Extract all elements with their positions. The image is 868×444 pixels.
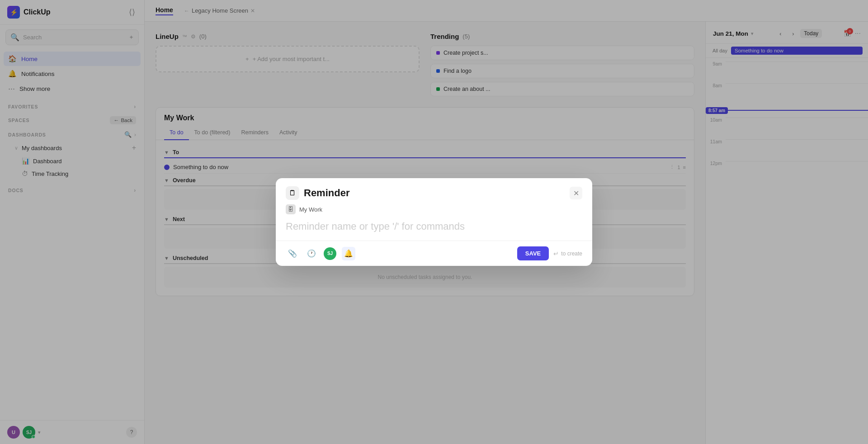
reminder-source-label: My Work xyxy=(299,206,322,213)
reminder-actions: 📎 🕐 SJ 🔔 xyxy=(286,247,355,260)
reminder-title-area: 🗒 Reminder xyxy=(286,186,349,200)
bell-icon: 🔔 xyxy=(344,249,353,258)
reminder-clock-button[interactable]: 🕐 xyxy=(305,247,318,260)
modal-overlay[interactable]: 🗒 Reminder ✕ 🗄 My Work 📎 🕐 xyxy=(0,0,868,444)
reminder-source: 🗄 My Work xyxy=(276,200,592,219)
clock-icon: 🕐 xyxy=(307,249,316,258)
reminder-source-icon: 🗄 xyxy=(286,204,296,214)
reminder-enter-hint: ↵ to create xyxy=(553,250,582,257)
attach-icon: 📎 xyxy=(288,249,297,258)
reminder-icon-glyph: 🗒 xyxy=(289,189,296,197)
reminder-modal-icon: 🗒 xyxy=(286,186,299,200)
reminder-save-button[interactable]: SAVE xyxy=(517,246,549,260)
close-icon: ✕ xyxy=(573,189,579,198)
enter-hint-text: to create xyxy=(561,250,582,257)
reminder-save-area: SAVE ↵ to create xyxy=(517,246,582,260)
reminder-modal-title: Reminder xyxy=(304,187,349,199)
reminder-footer: 📎 🕐 SJ 🔔 SAVE ↵ to create xyxy=(276,241,592,266)
reminder-close-button[interactable]: ✕ xyxy=(570,187,582,199)
reminder-name-input[interactable] xyxy=(276,219,592,241)
reminder-bell-button[interactable]: 🔔 xyxy=(342,247,355,260)
reminder-attach-button[interactable]: 📎 xyxy=(286,247,299,260)
enter-icon: ↵ xyxy=(553,250,559,257)
reminder-modal-header: 🗒 Reminder ✕ xyxy=(276,178,592,200)
reminder-assignee-avatar[interactable]: SJ xyxy=(324,247,336,260)
reminder-modal: 🗒 Reminder ✕ 🗄 My Work 📎 🕐 xyxy=(276,178,592,266)
